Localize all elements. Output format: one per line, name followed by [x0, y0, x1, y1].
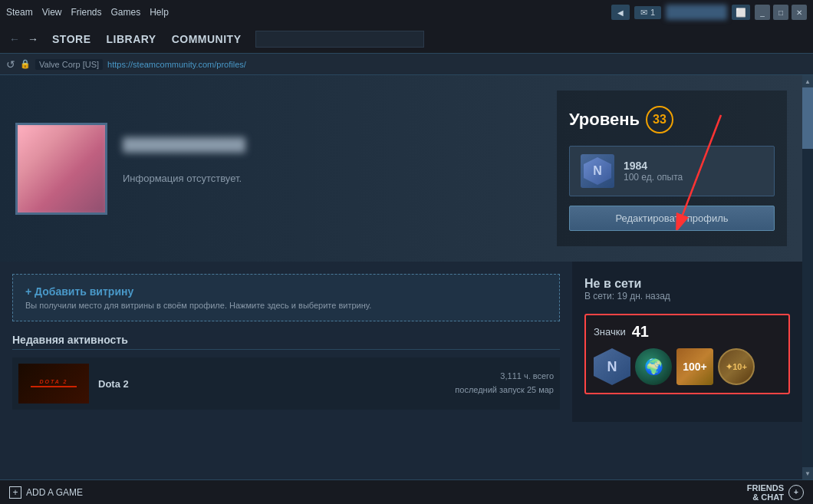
- menu-games[interactable]: Games: [111, 7, 141, 18]
- nav-search-input[interactable]: [255, 31, 424, 48]
- profile-right-col: Не в сети В сети: 19 дн. назад Значки 41…: [572, 262, 802, 422]
- level-badge: 33: [646, 106, 673, 133]
- mail-icon: ✉: [640, 8, 647, 18]
- scroll-up-button[interactable]: ▲: [802, 75, 813, 87]
- level-value: 33: [653, 113, 667, 127]
- address-bar: ↺ 🔒 Valve Corp [US] https://steamcommuni…: [0, 54, 813, 75]
- profile-about: Информация отсутствует.: [123, 157, 541, 199]
- friends-chat-label: FRIENDS & CHAT: [747, 483, 784, 502]
- level-label: Уровень: [569, 110, 640, 130]
- friends-chat-button[interactable]: FRIENDS & CHAT +: [747, 483, 804, 502]
- profile-name: [123, 137, 245, 153]
- menu-help[interactable]: Help: [150, 7, 169, 18]
- refresh-icon[interactable]: ↺: [6, 58, 15, 71]
- profile-left-col: + Добавить витрину Вы получили место для…: [0, 262, 572, 422]
- menu-steam[interactable]: Steam: [6, 7, 33, 18]
- last-online: В сети: 19 дн. назад: [584, 291, 790, 301]
- badge-item-n[interactable]: N: [594, 348, 630, 385]
- right-panel: Уровень 33 N 1984 100 ед. опыта: [557, 91, 787, 246]
- badges-count: 41: [632, 323, 649, 341]
- forward-arrow[interactable]: →: [25, 31, 41, 47]
- dota-line: [31, 386, 77, 387]
- url-display: https://steamcommunity.com/profiles/: [107, 60, 246, 69]
- title-bar-left: Steam View Friends Games Help: [6, 7, 169, 18]
- dota-text: DOTA 2: [31, 379, 77, 385]
- close-button[interactable]: ✕: [792, 5, 807, 20]
- badge-n-icon: N: [594, 348, 630, 385]
- bottom-bar: + ADD A GAME FRIENDS & CHAT +: [0, 479, 813, 504]
- profile-header: Информация отсутствует. Уровень 33 N: [0, 75, 802, 262]
- badge-item-10[interactable]: ✦10+: [718, 348, 755, 385]
- screenshot-icon[interactable]: ⬜: [732, 5, 750, 20]
- scroll-down-icon: ▼: [805, 470, 811, 477]
- maximize-button[interactable]: □: [773, 5, 788, 20]
- recent-activity-title: Недавняя активность: [12, 334, 560, 350]
- nav-links: STORE LIBRARY COMMUNITY: [48, 30, 246, 48]
- add-game-label: ADD A GAME: [26, 487, 83, 498]
- activity-item: DOTA 2 Dota 2 3,111 ч. всего последний з…: [12, 357, 560, 410]
- profile-avatar: [15, 123, 107, 215]
- badges-list: N 🌍 100+ ✦10+: [594, 348, 781, 385]
- profile-container: Информация отсутствует. Уровень 33 N: [0, 75, 802, 479]
- back-arrow[interactable]: ←: [6, 31, 23, 47]
- game-hours: 3,111 ч. всего: [455, 370, 554, 384]
- add-game-icon: +: [9, 486, 21, 499]
- xp-card: N 1984 100 ед. опыта: [569, 146, 775, 196]
- badge-globe-icon: 🌍: [635, 348, 672, 385]
- nav-arrows: ← →: [6, 31, 41, 47]
- game-info: Dota 2: [98, 378, 446, 390]
- game-last-played: последний запуск 25 мар: [455, 384, 554, 397]
- nav-library[interactable]: LIBRARY: [101, 30, 160, 48]
- scroll-up-icon: ▲: [805, 78, 811, 85]
- showcase-description: Вы получили место для витрины в своём пр…: [25, 301, 547, 310]
- window-controls: _ □ ✕: [755, 5, 807, 20]
- nav-community[interactable]: COMMUNITY: [167, 30, 246, 48]
- scrollbar[interactable]: ▲ ▼: [802, 75, 813, 479]
- online-status: Не в сети: [584, 277, 790, 291]
- xp-year: 1984: [624, 160, 683, 172]
- title-bar-right: ◀ ✉ 1 ⬜ _ □ ✕: [611, 5, 807, 20]
- game-logo: DOTA 2: [18, 364, 89, 404]
- voice-button[interactable]: ◀: [611, 5, 630, 20]
- recent-activity-section: Недавняя активность DOTA 2 Dota 2: [12, 334, 560, 410]
- profile-info: Информация отсутствует.: [123, 137, 541, 199]
- notification-button[interactable]: ✉ 1: [634, 6, 661, 19]
- site-label: Valve Corp [US]: [35, 59, 103, 70]
- friends-icon: +: [788, 485, 804, 500]
- add-game-button[interactable]: + ADD A GAME: [9, 486, 83, 499]
- title-bar-menu: Steam View Friends Games Help: [6, 7, 169, 18]
- badges-label: Значки: [594, 326, 626, 338]
- level-section: Уровень 33: [569, 106, 775, 133]
- lock-icon: 🔒: [20, 59, 31, 69]
- xp-info: 1984 100 ед. опыта: [624, 160, 683, 183]
- dota2-logo-text: DOTA 2: [31, 379, 77, 388]
- badge-100-icon: 100+: [676, 348, 713, 385]
- title-bar: Steam View Friends Games Help ◀ ✉ 1 ⬜ _ …: [0, 0, 813, 25]
- game-stats: 3,111 ч. всего последний запуск 25 мар: [455, 370, 554, 397]
- xp-hex-badge: N: [584, 157, 611, 185]
- showcase-box[interactable]: + Добавить витрину Вы получили место для…: [12, 274, 560, 321]
- minimize-button[interactable]: _: [755, 5, 770, 20]
- scroll-thumb[interactable]: [802, 87, 813, 149]
- scroll-down-button[interactable]: ▼: [802, 467, 813, 479]
- menu-friends[interactable]: Friends: [71, 7, 101, 18]
- dota2-logo: DOTA 2: [18, 364, 89, 404]
- notification-count: 1: [650, 8, 655, 17]
- menu-view[interactable]: View: [42, 7, 62, 18]
- profile-body: + Добавить витрину Вы получили место для…: [0, 262, 802, 422]
- badge-item-100[interactable]: 100+: [676, 348, 713, 385]
- edit-profile-button[interactable]: Редактировать профиль: [569, 206, 775, 231]
- nav-store[interactable]: STORE: [48, 30, 95, 48]
- badges-section: Значки 41 N 🌍 100+: [584, 314, 790, 394]
- badge-10-icon: ✦10+: [718, 348, 755, 385]
- scroll-track[interactable]: [802, 87, 813, 467]
- showcase-title: + Добавить витрину: [25, 285, 547, 298]
- game-name: Dota 2: [98, 378, 446, 390]
- badge-item-globe[interactable]: 🌍: [635, 348, 672, 385]
- xp-badge-icon: N: [581, 154, 614, 188]
- badges-header: Значки 41: [594, 323, 781, 341]
- xp-amount: 100 ед. опыта: [624, 172, 683, 183]
- main-content: Информация отсутствует. Уровень 33 N: [0, 75, 813, 479]
- username-display: [666, 5, 727, 20]
- nav-bar: ← → STORE LIBRARY COMMUNITY: [0, 25, 813, 54]
